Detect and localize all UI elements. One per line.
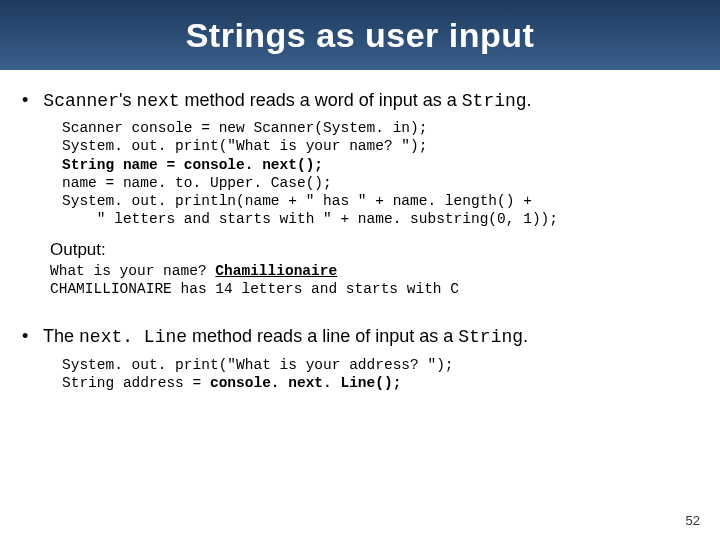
code-text: next. Line — [79, 327, 187, 347]
output-label: Output: — [50, 240, 698, 260]
code-line-part: String address = — [62, 375, 210, 391]
bullet-scanner-next: Scanner's next method reads a word of in… — [22, 88, 698, 113]
code-line: name = name. to. Upper. Case(); — [62, 175, 332, 191]
text: . — [523, 326, 528, 346]
code-block-2: System. out. print("What is your address… — [62, 356, 698, 392]
code-line: System. out. print("What is your address… — [62, 357, 454, 373]
text: 's — [119, 90, 136, 110]
code-text: String — [462, 91, 527, 111]
page-number: 52 — [686, 513, 700, 528]
code-text: next — [136, 91, 179, 111]
output-prompt: What is your name? — [50, 263, 215, 279]
text: method reads a word of input as a — [180, 90, 462, 110]
output-user-input: Chamillionaire — [215, 263, 337, 279]
code-text: Scanner — [43, 91, 119, 111]
content-area: Scanner's next method reads a word of in… — [22, 80, 698, 398]
code-line: Scanner console = new Scanner(System. in… — [62, 120, 427, 136]
code-line: System. out. println(name + " has " + na… — [62, 193, 532, 209]
code-text: String — [458, 327, 523, 347]
code-block-1: Scanner console = new Scanner(System. in… — [62, 119, 698, 228]
slide: Strings as user input Scanner's next met… — [0, 0, 720, 540]
text: . — [527, 90, 532, 110]
output-result: CHAMILLIONAIRE has 14 letters and starts… — [50, 281, 459, 297]
text: The — [43, 326, 79, 346]
code-line: " letters and starts with " + name. subs… — [62, 211, 558, 227]
code-line: String name = console. next(); — [62, 157, 323, 173]
title-band: Strings as user input — [0, 0, 720, 70]
output-block: What is your name? Chamillionaire CHAMIL… — [50, 262, 698, 298]
code-line: System. out. print("What is your name? "… — [62, 138, 427, 154]
code-line-part: console. next. Line(); — [210, 375, 401, 391]
text: method reads a line of input as a — [187, 326, 458, 346]
slide-title: Strings as user input — [186, 16, 535, 55]
bullet-nextline: The next. Line method reads a line of in… — [22, 324, 698, 349]
